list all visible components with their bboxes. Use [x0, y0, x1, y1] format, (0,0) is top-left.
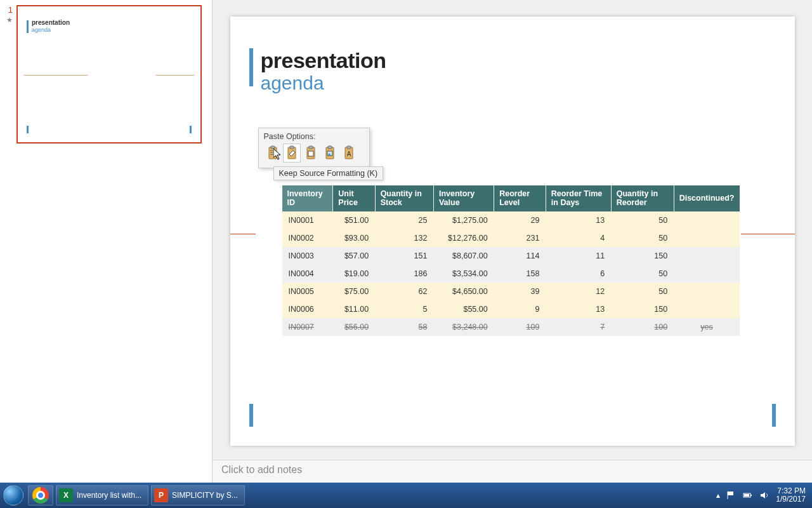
table-cell: $1,275.00: [433, 211, 494, 229]
tray-battery-icon[interactable]: [743, 490, 753, 500]
table-cell: 50: [611, 265, 674, 283]
taskbar-powerpoint-label: SIMPLICITY by S...: [172, 491, 238, 500]
table-header: Reorder Time in Days: [546, 185, 611, 211]
svg-marker-26: [761, 492, 765, 498]
svg-rect-13: [308, 151, 313, 156]
svg-text:A: A: [346, 150, 351, 157]
table-cell: 158: [494, 265, 546, 283]
table-row[interactable]: IN0003$57.00151$8,607.0011411150: [282, 247, 740, 265]
table-row[interactable]: IN0001$51.0025$1,275.00291350: [282, 211, 740, 229]
table-header: Inventory ID: [282, 185, 333, 211]
system-tray: ▴ 7:32 PM 1/9/2017: [716, 487, 812, 504]
start-button[interactable]: [0, 483, 27, 508]
table-cell: $11.00: [333, 300, 375, 318]
table-cell: IN0004: [282, 265, 333, 283]
table-cell: 132: [375, 229, 433, 247]
table-cell: 50: [611, 283, 674, 300]
table-row[interactable]: IN0002$93.00132$12,276.00231450: [282, 229, 740, 247]
table-row[interactable]: IN0004$19.00186$3,534.00158650: [282, 265, 740, 283]
table-cell: IN0002: [282, 229, 333, 247]
taskbar-excel-label: Inventory list with...: [77, 491, 141, 500]
table-cell: 7: [546, 318, 611, 336]
table-cell: $19.00: [333, 265, 375, 283]
table-cell: 13: [546, 300, 611, 318]
table-cell: 100: [611, 318, 674, 336]
svg-rect-19: [347, 146, 351, 149]
table-cell: IN0001: [282, 211, 333, 229]
svg-rect-5: [271, 146, 275, 149]
paste-options-label: Paste Options:: [264, 132, 364, 141]
svg-rect-12: [309, 146, 313, 149]
animation-indicator-icon: ★: [6, 16, 13, 24]
table-cell: 50: [611, 229, 674, 247]
taskbar-chrome-button[interactable]: [28, 485, 53, 505]
table-row[interactable]: IN0007$56.0058$3,248.001097100yes: [282, 318, 740, 336]
table-cell: 231: [494, 229, 546, 247]
table-row[interactable]: IN0006$11.005$55.00913150: [282, 300, 740, 318]
taskbar-powerpoint-button[interactable]: P SIMPLICITY by S...: [151, 485, 245, 505]
paste-picture-button[interactable]: [321, 144, 339, 163]
table-header: Inventory Value: [433, 185, 494, 211]
table-cell: 50: [611, 211, 674, 229]
table-cell: 25: [375, 211, 433, 229]
table-cell: 109: [494, 318, 546, 336]
svg-rect-7: [270, 152, 275, 153]
paste-use-destination-theme-button[interactable]: [264, 144, 282, 163]
table-cell: 186: [375, 265, 433, 283]
notes-pane[interactable]: Click to add notes: [213, 460, 812, 483]
slide-canvas[interactable]: presentation agenda Paste Options:: [230, 17, 795, 446]
table-cell: 6: [546, 265, 611, 283]
slide-title[interactable]: presentation: [261, 48, 386, 73]
excel-icon: X: [59, 488, 73, 502]
tray-show-hidden-icon[interactable]: ▴: [716, 491, 720, 500]
table-cell: 4: [546, 229, 611, 247]
table-cell: [674, 283, 740, 300]
table-cell: [674, 265, 740, 283]
table-cell: [674, 300, 740, 318]
table-header: Unit Price: [333, 185, 375, 211]
thumb-subtitle: agenda: [32, 27, 51, 33]
clock-date: 1/9/2017: [776, 495, 806, 504]
table-cell: 29: [494, 211, 546, 229]
table-cell: $12,276.00: [433, 229, 494, 247]
slide-subtitle[interactable]: agenda: [261, 72, 324, 94]
table-cell: 58: [375, 318, 433, 336]
paste-text-only-button[interactable]: A: [340, 144, 358, 163]
slide-area: presentation agenda Paste Options:: [213, 0, 812, 483]
svg-rect-6: [270, 150, 275, 151]
table-header: Discontinued?: [674, 185, 740, 211]
table-cell: $55.00: [433, 300, 494, 318]
table-cell: $51.00: [333, 211, 375, 229]
table-cell: $3,534.00: [433, 265, 494, 283]
taskbar-excel-button[interactable]: X Inventory list with...: [56, 485, 148, 505]
table-cell: $8,607.00: [433, 247, 494, 265]
table-cell: [674, 229, 740, 247]
windows-taskbar: X Inventory list with... P SIMPLICITY by…: [0, 483, 812, 508]
paste-options-popup: Paste Options:: [258, 128, 370, 168]
taskbar-clock[interactable]: 7:32 PM 1/9/2017: [776, 487, 806, 504]
table-cell: $93.00: [333, 229, 375, 247]
tray-flag-icon[interactable]: [726, 490, 737, 500]
table-header: Reorder Level: [494, 185, 546, 211]
table-cell: 11: [546, 247, 611, 265]
tray-volume-icon[interactable]: [759, 490, 769, 500]
table-cell: $75.00: [333, 283, 375, 300]
inventory-table[interactable]: Inventory IDUnit PriceQuantity in StockI…: [282, 185, 740, 336]
thumb-title: presentation: [32, 19, 70, 26]
paste-embed-button[interactable]: [302, 144, 320, 163]
table-cell: 12: [546, 283, 611, 300]
table-row[interactable]: IN0005$75.0062$4,650.00391250: [282, 283, 740, 300]
svg-rect-10: [290, 146, 294, 149]
paste-option-tooltip: Keep Source Formatting (K): [273, 166, 384, 180]
paste-keep-source-formatting-button[interactable]: [283, 144, 301, 163]
svg-rect-25: [744, 494, 749, 497]
table-cell: $4,650.00: [433, 283, 494, 300]
table-cell: IN0006: [282, 300, 333, 318]
slide-thumbnail-1[interactable]: presentation agenda: [16, 5, 202, 144]
table-header: Quantity in Stock: [375, 185, 433, 211]
slide-number: 1: [4, 5, 13, 15]
chrome-icon: [32, 487, 49, 504]
table-cell: 5: [375, 300, 433, 318]
table-cell: 151: [375, 247, 433, 265]
title-accent-bar: [249, 48, 253, 86]
